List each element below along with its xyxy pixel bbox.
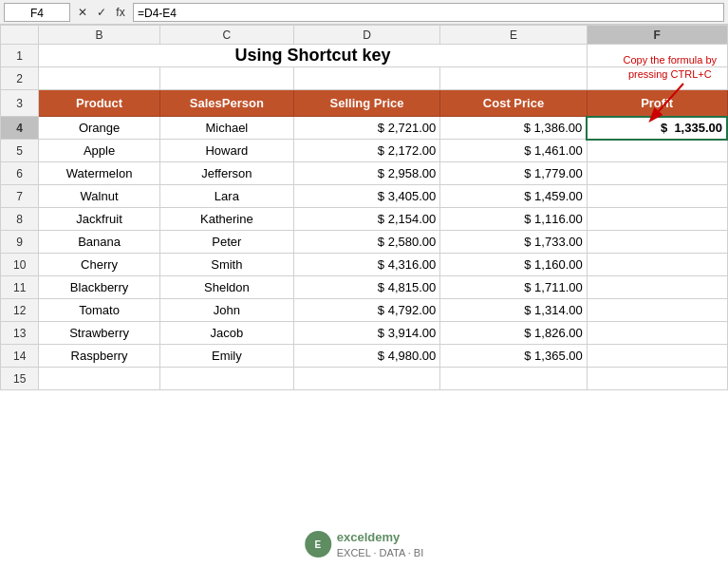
cell-c15[interactable] [159, 368, 293, 390]
cell-profit-7[interactable] [587, 185, 727, 208]
cell-salesperson-5[interactable]: Howard [159, 140, 293, 162]
cell-profit-11[interactable] [587, 276, 727, 299]
row-header-9: 9 [1, 231, 39, 254]
cell-b15[interactable] [39, 368, 160, 390]
cell-reference-box[interactable]: F4 [4, 3, 70, 22]
row-header-12: 12 [1, 299, 39, 322]
cell-salesperson-7[interactable]: Lara [159, 185, 293, 208]
cell-profit-8[interactable] [587, 208, 727, 231]
cell-profit-4[interactable]: $ 1,335.00 [587, 117, 727, 140]
cell-cost-12[interactable]: $ 1,314.00 [440, 299, 587, 322]
col-header-b[interactable]: B [39, 26, 160, 45]
cell-selling-9[interactable]: $ 2,580.00 [293, 231, 439, 254]
cell-salesperson-8[interactable]: Katherine [159, 208, 293, 231]
cell-profit-14[interactable] [587, 345, 727, 368]
header-product: Product [39, 90, 160, 117]
formula-bar: F4 ✕ ✓ fx =D4-E4 [0, 0, 728, 25]
cell-salesperson-11[interactable]: Sheldon [159, 276, 293, 299]
cell-salesperson-12[interactable]: John [159, 299, 293, 322]
column-header-row: B C D E F [1, 26, 728, 45]
cell-cost-9[interactable]: $ 1,733.00 [440, 231, 587, 254]
row-2: 2 [1, 67, 728, 90]
cell-profit-6[interactable] [587, 162, 727, 185]
excel-wrapper: F4 ✕ ✓ fx =D4-E4 Copy the formula by pre… [0, 0, 728, 567]
cell-cost-4[interactable]: $ 1,386.00 [440, 117, 587, 140]
cell-product-9[interactable]: Banana [39, 231, 160, 254]
cell-product-5[interactable]: Apple [39, 140, 160, 162]
cell-selling-14[interactable]: $ 4,980.00 [293, 345, 439, 368]
cell-selling-8[interactable]: $ 2,154.00 [293, 208, 439, 231]
table-row: 14 Raspberry Emily $ 4,980.00 $ 1,365.00 [1, 345, 728, 368]
spreadsheet-table: B C D E F 1 Using Shortcut key 2 [0, 25, 728, 390]
cell-selling-6[interactable]: $ 2,958.00 [293, 162, 439, 185]
cell-product-12[interactable]: Tomato [39, 299, 160, 322]
table-row: 7 Walnut Lara $ 3,405.00 $ 1,459.00 [1, 185, 728, 208]
col-header-d[interactable]: D [293, 26, 439, 45]
cell-profit-10[interactable] [587, 254, 727, 276]
cell-cost-10[interactable]: $ 1,160.00 [440, 254, 587, 276]
cell-salesperson-6[interactable]: Jefferson [159, 162, 293, 185]
col-header-e[interactable]: E [440, 26, 587, 45]
cell-selling-4[interactable]: $ 2,721.00 [293, 117, 439, 140]
cell-product-14[interactable]: Raspberry [39, 345, 160, 368]
cell-product-10[interactable]: Cherry [39, 254, 160, 276]
cell-cost-8[interactable]: $ 1,116.00 [440, 208, 587, 231]
cell-product-11[interactable]: Blackberry [39, 276, 160, 299]
function-icon[interactable]: fx [112, 4, 129, 21]
cell-cost-6[interactable]: $ 1,779.00 [440, 162, 587, 185]
col-header-f[interactable]: F [587, 26, 727, 45]
table-row: 10 Cherry Smith $ 4,316.00 $ 1,160.00 [1, 254, 728, 276]
cell-salesperson-14[interactable]: Emily [159, 345, 293, 368]
cell-f15[interactable] [587, 368, 727, 390]
row-header-6: 6 [1, 162, 39, 185]
cell-profit-13[interactable] [587, 322, 727, 345]
cell-selling-10[interactable]: $ 4,316.00 [293, 254, 439, 276]
cell-cost-7[interactable]: $ 1,459.00 [440, 185, 587, 208]
cell-profit-12[interactable] [587, 299, 727, 322]
header-selling-price: Selling Price [293, 90, 439, 117]
cell-selling-7[interactable]: $ 3,405.00 [293, 185, 439, 208]
cancel-icon[interactable]: ✕ [74, 4, 91, 21]
cell-profit-9[interactable] [587, 231, 727, 254]
formula-input[interactable]: =D4-E4 [133, 3, 724, 22]
callout-text: Copy the formula by pressing CTRL+C [624, 53, 717, 83]
header-profit: Profit [587, 90, 727, 117]
table-row: 13 Strawberry Jacob $ 3,914.00 $ 1,826.0… [1, 322, 728, 345]
cell-selling-12[interactable]: $ 4,792.00 [293, 299, 439, 322]
cell-selling-5[interactable]: $ 2,172.00 [293, 140, 439, 162]
cell-product-7[interactable]: Walnut [39, 185, 160, 208]
cell-cost-14[interactable]: $ 1,365.00 [440, 345, 587, 368]
cell-salesperson-4[interactable]: Michael [159, 117, 293, 140]
row-1: 1 Using Shortcut key [1, 45, 728, 67]
cell-salesperson-9[interactable]: Peter [159, 231, 293, 254]
cell-salesperson-10[interactable]: Smith [159, 254, 293, 276]
spreadsheet-area: Copy the formula by pressing CTRL+C [0, 25, 728, 567]
cell-product-13[interactable]: Strawberry [39, 322, 160, 345]
table-row: 6 Watermelon Jefferson $ 2,958.00 $ 1,77… [1, 162, 728, 185]
title-cell: Using Shortcut key [39, 45, 587, 67]
cell-cost-5[interactable]: $ 1,461.00 [440, 140, 587, 162]
confirm-icon[interactable]: ✓ [93, 4, 110, 21]
cell-cost-13[interactable]: $ 1,826.00 [440, 322, 587, 345]
watermark: E exceldemy EXCEL · DATA · BI [305, 530, 424, 559]
table-row: 5 Apple Howard $ 2,172.00 $ 1,461.00 [1, 140, 728, 162]
col-header-c[interactable]: C [159, 26, 293, 45]
cell-b2[interactable] [39, 67, 160, 90]
table-row: 4 Orange Michael $ 2,721.00 $ 1,386.00 $… [1, 117, 728, 140]
cell-profit-5[interactable] [587, 140, 727, 162]
cell-product-6[interactable]: Watermelon [39, 162, 160, 185]
row-header-14: 14 [1, 345, 39, 368]
cell-product-4[interactable]: Orange [39, 117, 160, 140]
cell-d15[interactable] [293, 368, 439, 390]
cell-c2[interactable] [159, 67, 293, 90]
row-header-15: 15 [1, 368, 39, 390]
cell-cost-11[interactable]: $ 1,711.00 [440, 276, 587, 299]
cell-e2[interactable] [440, 67, 587, 90]
cell-salesperson-13[interactable]: Jacob [159, 322, 293, 345]
row-header-13: 13 [1, 322, 39, 345]
cell-e15[interactable] [440, 368, 587, 390]
cell-selling-11[interactable]: $ 4,815.00 [293, 276, 439, 299]
cell-d2[interactable] [293, 67, 439, 90]
cell-product-8[interactable]: Jackfruit [39, 208, 160, 231]
cell-selling-13[interactable]: $ 3,914.00 [293, 322, 439, 345]
